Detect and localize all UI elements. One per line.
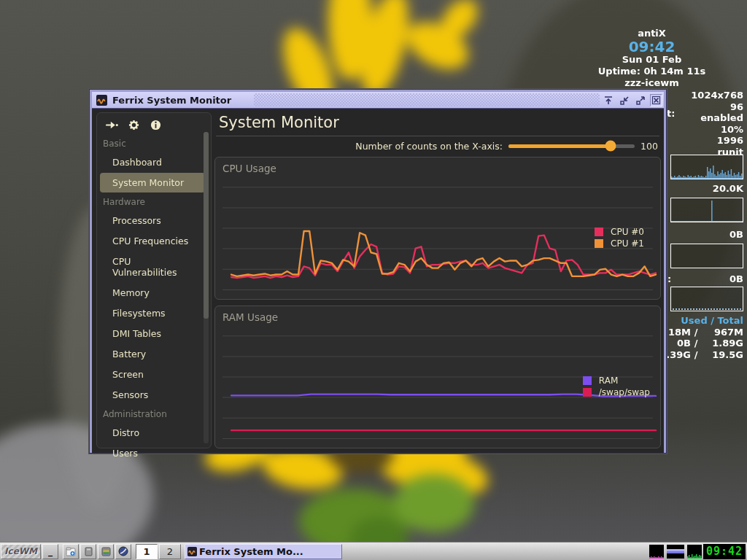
ram-usage-panel: RAM Usage RAM /swap/swap	[214, 306, 661, 448]
tray-net-monitor	[687, 545, 702, 559]
workspace-1-button[interactable]: 1	[136, 544, 158, 559]
cpu0-label: CPU #0	[611, 227, 644, 237]
cpu-legend: CPU #0 CPU #1	[595, 226, 644, 249]
task-button-ferrix[interactable]: Ferrix System Mo...	[185, 544, 342, 559]
sidebar: Basic Dashboard System Monitor Hardware …	[96, 112, 212, 448]
sidebar-header-administration: Administration	[97, 405, 211, 422]
slider-label: Number of counts on the X-axis:	[355, 141, 503, 152]
mem-total: 1.89G	[701, 338, 743, 349]
package-button[interactable]	[80, 544, 96, 559]
display-settings-icon	[101, 547, 111, 556]
conky-net-graph-2	[670, 244, 743, 268]
mem-total: 967M	[701, 327, 743, 338]
slider-value: 100	[640, 141, 658, 152]
mem-sep: /	[691, 349, 701, 361]
x-axis-counts-slider[interactable]	[508, 144, 635, 148]
main-panel: System Monitor Number of counts on the X…	[214, 111, 661, 448]
sidebar-item-cpu-vulnerabilities[interactable]: CPU Vulnerabilities	[100, 252, 205, 282]
conky-net-graph-3	[670, 287, 743, 311]
tray-cpu-monitor	[649, 545, 664, 559]
package-icon	[84, 547, 93, 556]
ram-panel-title: RAM Usage	[222, 311, 278, 323]
tray-mem-band	[667, 549, 684, 553]
slider-fill	[508, 144, 611, 148]
start-menu-button[interactable]: IceWM	[1, 544, 41, 559]
conky-net-graph-1	[670, 198, 743, 222]
cpu0-swatch	[595, 228, 603, 236]
sidebar-header-basic: Basic	[97, 135, 211, 152]
sidebar-item-memory[interactable]: Memory	[100, 283, 205, 303]
rollup-icon	[603, 96, 614, 106]
titlebar-pattern	[254, 93, 600, 106]
page-title: System Monitor	[214, 111, 661, 136]
mem-sep: /	[691, 338, 701, 349]
sidebar-item-dashboard[interactable]: Dashboard	[100, 152, 205, 172]
browser-button[interactable]	[115, 544, 131, 559]
sidebar-item-sensors[interactable]: Sensors	[100, 385, 205, 405]
cpu-panel-title: CPU Usage	[222, 163, 276, 174]
cpu-usage-panel: CPU Usage CPU #0 CPU #1	[214, 157, 661, 300]
ram-legend: RAM /swap/swap	[583, 375, 650, 398]
conky-header: antiX 09:42 Sun 01 Feb Uptime: 0h 14m 11…	[577, 28, 727, 89]
tray-mem-monitor	[667, 545, 684, 559]
task-app-icon	[187, 547, 197, 556]
mem-total: 19.5G	[701, 349, 743, 361]
minimize-icon	[619, 96, 630, 106]
taskbar-clock: 09:42	[703, 544, 746, 559]
workspace-2-button[interactable]: 2	[159, 544, 181, 559]
minimize-button[interactable]	[618, 94, 630, 106]
task-button-label: Ferrix System Mo...	[199, 546, 303, 557]
sidebar-item-screen[interactable]: Screen	[100, 365, 205, 384]
file-manager-button[interactable]	[63, 544, 79, 559]
sidebar-scrollbar-thumb[interactable]	[204, 132, 209, 319]
browser-icon	[118, 546, 128, 556]
swap-swatch	[583, 388, 592, 397]
file-manager-icon	[66, 547, 76, 556]
display-settings-button[interactable]	[98, 544, 114, 559]
sidebar-item-battery[interactable]: Battery	[100, 344, 205, 364]
swap-label: /swap/swap	[599, 387, 650, 397]
maximize-icon	[635, 96, 646, 106]
maximize-button[interactable]	[634, 94, 646, 106]
sidebar-header-hardware: Hardware	[97, 193, 211, 210]
conky-cpu-graph	[670, 155, 743, 179]
sidebar-item-system-monitor[interactable]: System Monitor	[100, 173, 205, 192]
conky-date: Sun 01 Feb	[577, 54, 727, 66]
rollup-button[interactable]	[602, 94, 614, 106]
slider-thumb[interactable]	[605, 141, 616, 152]
cpu1-label: CPU #1	[611, 238, 644, 249]
sidebar-item-users[interactable]: Users	[100, 443, 205, 463]
app-icon	[96, 95, 107, 106]
sidebar-item-distro[interactable]: Distro	[100, 423, 205, 443]
window-title: Ferrix System Monitor	[112, 95, 231, 106]
show-desktop-button[interactable]: _	[42, 544, 58, 559]
sidebar-item-filesystems[interactable]: Filesystems	[100, 303, 205, 323]
ferrix-window: Ferrix System Monitor	[89, 89, 667, 454]
ram-label: RAM	[599, 376, 618, 386]
sidebar-item-cpu-frequencies[interactable]: CPU Frequencies	[100, 231, 205, 251]
send-icon[interactable]	[106, 120, 118, 131]
sidebar-item-dmi-tables[interactable]: DMI Tables	[100, 324, 205, 343]
sidebar-scrollbar[interactable]	[204, 132, 209, 443]
info-icon[interactable]	[150, 120, 162, 131]
ram-swatch	[583, 376, 592, 385]
conky-uptime: Uptime: 0h 14m 11s	[577, 66, 727, 77]
close-button[interactable]	[650, 94, 662, 106]
cpu1-swatch	[595, 239, 603, 248]
mem-sep: /	[691, 327, 701, 338]
conky-time: 09:42	[577, 39, 727, 54]
taskbar: IceWM _ 1 2	[0, 542, 747, 560]
cpu-usage-chart	[215, 158, 660, 299]
sidebar-item-processors[interactable]: Processors	[100, 211, 205, 230]
conky-session: zzz-icewm	[577, 77, 727, 89]
conky-clipped-label: t:	[667, 108, 675, 119]
gear-icon[interactable]	[128, 120, 140, 131]
close-icon	[652, 96, 660, 104]
window-titlebar[interactable]: Ferrix System Monitor	[92, 92, 664, 109]
